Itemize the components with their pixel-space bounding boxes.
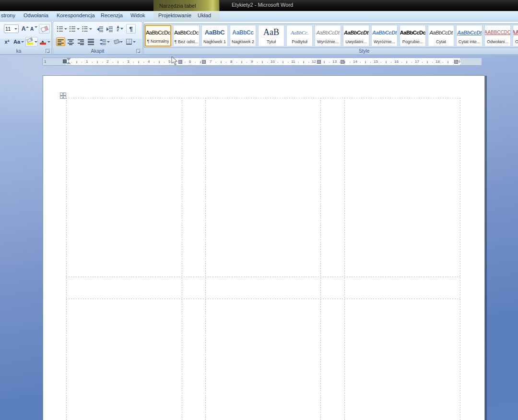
line-spacing-icon xyxy=(100,39,106,45)
table-gridline xyxy=(320,98,321,420)
ruler-number: 11 xyxy=(291,60,295,64)
clear-formatting-button[interactable] xyxy=(39,24,50,34)
align-left-icon xyxy=(58,39,64,45)
superscript-button[interactable]: x² xyxy=(2,37,12,46)
caret-up-icon xyxy=(26,26,29,28)
tab-uklad[interactable]: Układ xyxy=(198,12,211,18)
tab-projektowanie[interactable]: Projektowanie xyxy=(158,12,191,18)
ruler-number: 4 xyxy=(147,60,150,64)
style-bez-odstepow[interactable]: AaBbCcDc¶ Bez odst... xyxy=(173,25,200,47)
tab-odwolania[interactable]: Odwołania xyxy=(24,12,48,18)
table-gridline xyxy=(66,98,67,420)
style-cytat[interactable]: AaBbCcDtCytat xyxy=(428,25,454,47)
tab-uklad-strony-partial[interactable]: strony xyxy=(1,12,15,18)
paragraph-dialog-launcher-icon[interactable] xyxy=(136,49,141,53)
tab-widok[interactable]: Widok xyxy=(130,12,145,18)
align-center-icon xyxy=(68,39,74,45)
text-highlight-button[interactable] xyxy=(25,37,38,47)
paragraph-group: AZ ¶ xyxy=(53,21,142,55)
font-size-value: 11 xyxy=(5,26,11,32)
label-table[interactable] xyxy=(66,98,460,420)
table-gridline xyxy=(66,98,460,98)
paragraph-group-label: Akapit xyxy=(53,48,142,54)
style-wyroznienie-delikatne[interactable]: AaBbCcDtWyróżnie... xyxy=(315,25,341,47)
borders-button[interactable] xyxy=(125,37,137,46)
table-gridline xyxy=(460,98,460,420)
style-tytul[interactable]: AaBTytuł xyxy=(258,25,284,47)
table-column-marker[interactable] xyxy=(454,60,458,64)
align-left-button[interactable] xyxy=(56,37,65,46)
change-case-icon: Aa xyxy=(13,39,20,45)
line-spacing-button[interactable] xyxy=(98,37,111,46)
horizontal-ruler[interactable]: 1 1 2 3 4 5 6 7 8 9 10 11 12 13 14 15 16… xyxy=(42,58,481,66)
style-wyroznienie-intensywne[interactable]: AaBbCcDtWyróżnie... xyxy=(371,25,398,47)
tab-recenzja[interactable]: Recenzja xyxy=(101,12,123,18)
table-move-handle[interactable] xyxy=(60,93,66,99)
multilevel-list-icon xyxy=(82,26,88,32)
style-naglowek-2[interactable]: AaBbCcNagłówek 2 xyxy=(230,25,256,47)
change-case-button[interactable]: Aa xyxy=(13,37,24,46)
table-column-marker[interactable] xyxy=(341,60,344,64)
ruler-number: 5 xyxy=(168,60,171,64)
ribbon: 11 A A x² Aa xyxy=(0,21,518,55)
first-line-indent-marker[interactable] xyxy=(66,58,71,61)
align-right-button[interactable] xyxy=(76,37,85,46)
style-pogrubienie[interactable]: AaBbCcDcPogrubie... xyxy=(400,25,426,47)
ruler-number: 8 xyxy=(230,60,233,64)
shrink-font-button[interactable]: A xyxy=(30,24,37,33)
font-dialog-launcher-icon[interactable] xyxy=(46,49,50,53)
mouse-cursor xyxy=(171,56,178,68)
table-gridline xyxy=(66,277,460,277)
grow-font-button[interactable]: A xyxy=(21,24,29,33)
decrease-indent-button[interactable] xyxy=(95,24,104,33)
ruler-number: 9 xyxy=(250,60,253,64)
title-bar[interactable]: Narzędzia tabel Etykiety2 - Microsoft Wo… xyxy=(0,0,518,11)
style-naglowek-1[interactable]: AaBbCNagłówek 1 xyxy=(201,25,228,47)
chevron-down-icon xyxy=(21,41,24,43)
sort-icon: AZ xyxy=(117,26,119,32)
pilcrow-icon: ¶ xyxy=(129,25,132,33)
chevron-down-icon xyxy=(107,41,110,43)
table-tools-context-header[interactable]: Narzędzia tabel xyxy=(153,0,220,11)
numbering-icon xyxy=(70,26,76,32)
numbering-button[interactable] xyxy=(69,24,80,33)
align-center-button[interactable] xyxy=(66,37,75,46)
ruler-number: 6 xyxy=(188,60,191,64)
tab-korespondencja[interactable]: Korespondencja xyxy=(57,12,95,18)
chevron-down-icon xyxy=(14,28,17,30)
document-page[interactable] xyxy=(43,75,485,420)
shading-button[interactable] xyxy=(113,37,124,46)
multilevel-list-button[interactable] xyxy=(81,24,93,33)
chevron-down-icon xyxy=(64,28,67,30)
ruler-number: 18 xyxy=(435,60,440,64)
style-cytat-intensywny[interactable]: AaBbCcDtCytat inte... xyxy=(456,25,483,47)
style-podtytul[interactable]: AaBbCc.Podtytuł xyxy=(286,25,313,47)
chevron-down-icon xyxy=(89,28,92,30)
font-size-combo[interactable]: 11 xyxy=(4,24,19,33)
table-column-marker[interactable] xyxy=(178,60,182,64)
bullets-button[interactable] xyxy=(56,24,68,33)
page-shadow xyxy=(485,76,487,420)
indent-markers[interactable] xyxy=(63,58,71,66)
increase-indent-button[interactable] xyxy=(105,24,114,33)
window-title: Etykiety2 - Microsoft Word xyxy=(232,2,293,8)
table-gridline xyxy=(182,98,182,420)
style-odwolanie-delikatne[interactable]: AABBCCDCOdwołani... xyxy=(484,25,511,47)
ruler-number: 1 xyxy=(85,60,88,64)
sort-button[interactable]: AZ xyxy=(116,24,124,33)
ruler-number: 13 xyxy=(332,60,337,64)
justify-button[interactable] xyxy=(86,37,95,46)
styles-gallery: AaBbCcDc¶ Normalny AaBbCcDc¶ Bez odst...… xyxy=(144,23,518,48)
text-highlight-icon xyxy=(26,38,34,46)
style-normalny[interactable]: AaBbCcDc¶ Normalny xyxy=(145,25,171,47)
style-odwolanie-intensywne[interactable]: AABBCCDCOdwołani... xyxy=(513,25,518,47)
table-column-marker[interactable] xyxy=(317,60,321,64)
font-color-button[interactable]: A xyxy=(39,37,50,47)
font-group: 11 A A x² Aa xyxy=(0,21,52,55)
clear-formatting-icon xyxy=(40,25,48,32)
arrow-down-icon xyxy=(120,28,123,30)
table-column-marker[interactable] xyxy=(202,60,206,64)
style-uwydatnienie[interactable]: AaBbCcDtUwydatni... xyxy=(343,25,369,47)
show-marks-button[interactable]: ¶ xyxy=(126,24,136,34)
hanging-indent-marker[interactable] xyxy=(66,61,71,64)
